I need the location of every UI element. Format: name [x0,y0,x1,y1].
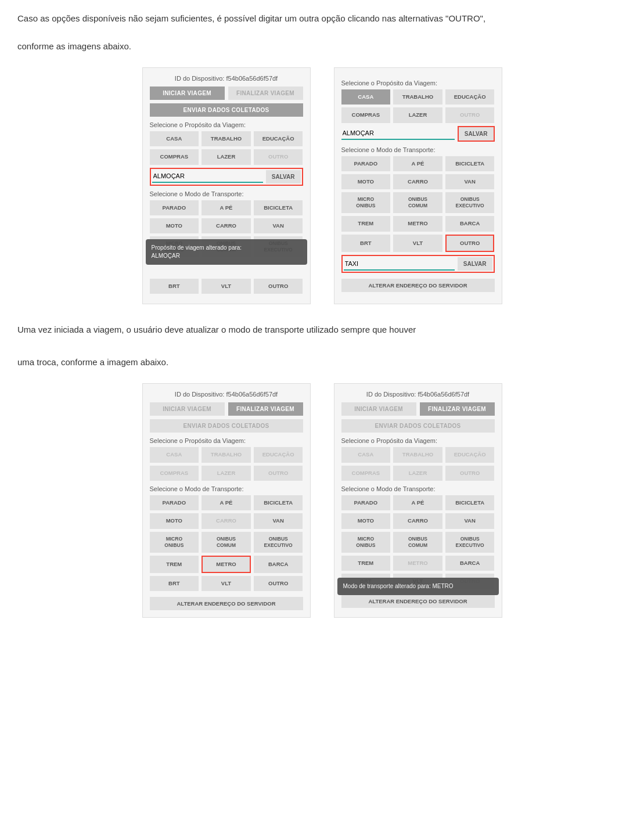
iniciar-viagem-btn-2l[interactable]: INICIAR VIAGEM [150,402,225,416]
moto-btn-r1[interactable]: MOTO [341,174,391,189]
vlt-btn-2l[interactable]: VLT [202,576,251,591]
bicicleta-btn-2l[interactable]: BICICLETA [254,495,303,510]
ape-btn-r1[interactable]: A PÉ [393,156,442,171]
outro-btn-r1[interactable]: OUTRO [445,107,495,123]
compras-btn-2r[interactable]: COMPRAS [341,466,391,481]
iniciar-viagem-btn-1[interactable]: INICIAR VIAGEM [150,87,225,100]
carro-btn-2l[interactable]: CARRO [202,513,251,528]
compras-btn-2l[interactable]: COMPRAS [150,466,199,481]
lazer-btn-2r[interactable]: LAZER [393,466,442,481]
compras-btn-r1[interactable]: COMPRAS [341,107,391,123]
van-btn-1[interactable]: VAN [254,218,303,233]
finalizar-viagem-btn-2r[interactable]: FINALIZAR VIAGEM [420,402,495,416]
action-btns-row-2l: INICIAR VIAGEM FINALIZAR VIAGEM [150,402,303,416]
ape-btn-2l[interactable]: A PÉ [202,495,251,510]
outro-trans-btn-r1[interactable]: OUTRO [445,235,495,252]
bicicleta-btn-1[interactable]: BICICLETA [254,200,303,215]
van-btn-2r[interactable]: VAN [445,513,495,528]
barca-btn-2l[interactable]: BARCA [254,556,303,573]
parado-btn-2r[interactable]: PARADO [341,495,391,510]
ape-btn-1[interactable]: A PÉ [202,200,251,215]
metro-btn-r1[interactable]: METRO [393,216,442,231]
trabalho-btn-1[interactable]: TRABALHO [202,131,251,146]
outro-trans-btn-1[interactable]: OUTRO [254,279,303,294]
brt-btn-1[interactable]: BRT [150,279,199,294]
lazer-btn-r1[interactable]: LAZER [393,107,442,123]
outro-trans-btn-2l[interactable]: OUTRO [254,576,303,591]
metro-btn-2r[interactable]: METRO [393,556,442,571]
casa-btn-1[interactable]: CASA [150,131,199,146]
micro-onibus-btn-2l[interactable]: MICROONIBUS [150,532,199,553]
barca-btn-r1[interactable]: BARCA [445,216,495,231]
onibus-comum-btn-r1[interactable]: ONIBUSCOMUM [393,192,442,213]
vlt-btn-r1[interactable]: VLT [393,235,442,252]
onibus-exec-btn-2l[interactable]: ONIBUSEXECUTIVO [254,532,303,553]
parado-btn-2l[interactable]: PARADO [150,495,199,510]
carro-btn-2r[interactable]: CARRO [393,513,442,528]
outro-btn-2r[interactable]: OUTRO [445,466,495,481]
moto-btn-2r[interactable]: MOTO [341,513,391,528]
enviar-btn-2l[interactable]: ENVIAR DADOS COLETADOS [150,419,303,433]
onibus-comum-btn-2l[interactable]: ONIBUSCOMUM [202,532,251,553]
purpose-input-1[interactable] [152,170,263,183]
finalizar-viagem-btn-2l[interactable]: FINALIZAR VIAGEM [228,402,303,416]
alterar-servidor-btn-2r[interactable]: ALTERAR ENDEREÇO DO SERVIDOR [341,595,495,608]
toast-1: Propósito de viagem alterado para:ALMOÇA… [146,239,307,265]
parado-btn-1[interactable]: PARADO [150,200,199,215]
salvar-btn-r1[interactable]: SALVAR [458,126,495,142]
ape-btn-2r[interactable]: A PÉ [393,495,442,510]
carro-btn-1[interactable]: CARRO [202,218,251,233]
purpose-input-r1[interactable] [341,127,455,140]
alterar-servidor-btn-2l[interactable]: ALTERAR ENDEREÇO DO SERVIDOR [150,597,303,610]
brt-btn-r1[interactable]: BRT [341,235,391,252]
bicicleta-btn-2r[interactable]: BICICLETA [445,495,495,510]
vlt-btn-1[interactable]: VLT [202,279,251,294]
trem-btn-2r[interactable]: TREM [341,556,391,571]
van-btn-r1[interactable]: VAN [445,174,495,189]
bicicleta-btn-r1[interactable]: BICICLETA [445,156,495,171]
finalizar-viagem-btn-1[interactable]: FINALIZAR VIAGEM [228,87,303,100]
brt-btn-2l[interactable]: BRT [150,576,199,591]
van-btn-2l[interactable]: VAN [254,513,303,528]
carro-btn-r1[interactable]: CARRO [393,174,442,189]
educacao-btn-2l[interactable]: EDUCAÇÃO [254,447,303,462]
parado-btn-r1[interactable]: PARADO [341,156,391,171]
purpose-grid-2l: CASA TRABALHO EDUCAÇÃO COMPRAS LAZER OUT… [150,447,303,481]
outro-btn-1[interactable]: OUTRO [254,149,303,164]
barca-btn-2r[interactable]: BARCA [445,556,495,571]
enviar-btn-2r[interactable]: ENVIAR DADOS COLETADOS [341,419,495,433]
input-highlight-row-1: SALVAR [150,168,303,186]
trem-btn-2l[interactable]: TREM [150,556,199,573]
trem-btn-r1[interactable]: TREM [341,216,391,231]
lazer-btn-1[interactable]: LAZER [202,149,251,164]
educacao-btn-r1[interactable]: EDUCAÇÃO [445,89,495,105]
metro-btn-2l[interactable]: METRO [202,556,251,573]
moto-btn-1[interactable]: MOTO [150,218,199,233]
educacao-btn-2r[interactable]: EDUCAÇÃO [445,447,495,462]
compras-btn-1[interactable]: COMPRAS [150,149,199,164]
salvar-taxi-btn[interactable]: SALVAR [458,257,492,271]
moto-btn-2l[interactable]: MOTO [150,513,199,528]
purpose-grid-r1: CASA TRABALHO EDUCAÇÃO COMPRAS LAZER OUT… [341,89,495,123]
educacao-btn-1[interactable]: EDUCAÇÃO [254,131,303,146]
onibus-exec-btn-r1[interactable]: ONIBUSEXECUTIVO [445,192,495,213]
casa-btn-2l[interactable]: CASA [150,447,199,462]
salvar-btn-1[interactable]: SALVAR [266,170,301,183]
onibus-comum-btn-2r[interactable]: ONIBUSCOMUM [393,532,442,553]
proposito-label-1: Selecione o Propósito da Viagem: [150,121,303,128]
outro-btn-2l[interactable]: OUTRO [254,466,303,481]
section2-line1: Uma vez iniciada a viagem, o usuário dev… [17,323,627,337]
micro-onibus-btn-r1[interactable]: MICROONIBUS [341,192,391,213]
micro-onibus-btn-2r[interactable]: MICROONIBUS [341,532,391,553]
onibus-exec-btn-2r[interactable]: ONIBUSEXECUTIVO [445,532,495,553]
trabalho-btn-r1[interactable]: TRABALHO [393,89,442,105]
casa-btn-r1[interactable]: CASA [341,89,391,105]
lazer-btn-2l[interactable]: LAZER [202,466,251,481]
iniciar-viagem-btn-2r[interactable]: INICIAR VIAGEM [341,402,416,416]
casa-btn-2r[interactable]: CASA [341,447,391,462]
trabalho-btn-2r[interactable]: TRABALHO [393,447,442,462]
taxi-input[interactable] [344,258,455,271]
trabalho-btn-2l[interactable]: TRABALHO [202,447,251,462]
enviar-btn-1[interactable]: ENVIAR DADOS COLETADOS [150,103,303,117]
alterar-servidor-btn-r1[interactable]: ALTERAR ENDEREÇO DO SERVIDOR [341,279,495,292]
